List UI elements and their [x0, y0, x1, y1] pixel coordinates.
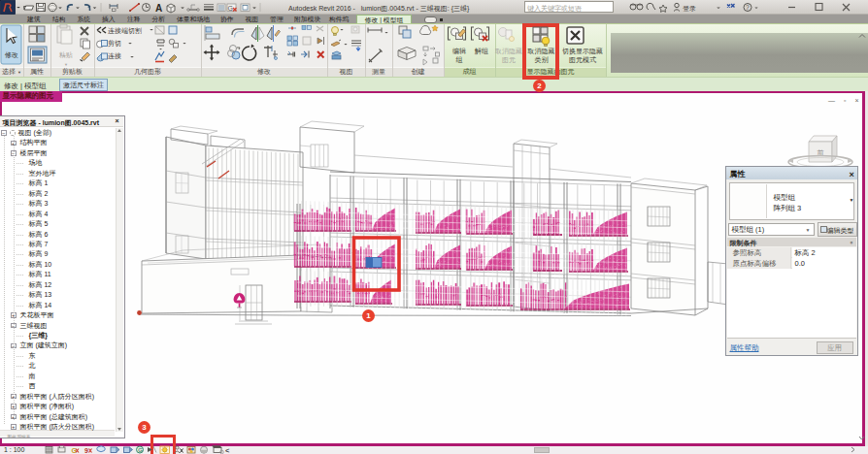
- svg-text:A: A: [155, 3, 162, 14]
- svg-text:登录: 登录: [683, 5, 696, 13]
- svg-text:<: <: [225, 446, 230, 454]
- svg-text:G: G: [138, 447, 143, 453]
- svg-text:G: G: [72, 447, 78, 454]
- svg-text:9: 9: [84, 447, 88, 454]
- svg-text:G: G: [228, 5, 233, 12]
- svg-text:?: ?: [746, 4, 750, 11]
